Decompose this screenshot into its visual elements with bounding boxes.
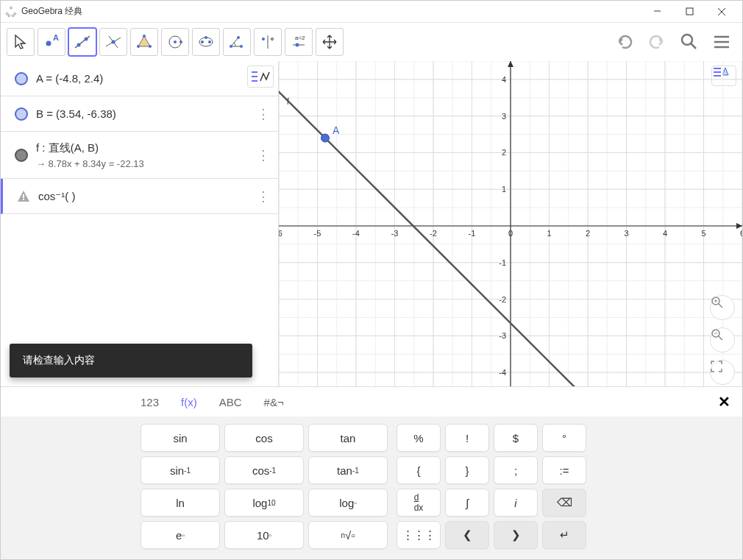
- algebra-item-a[interactable]: A = (-4.8, 2.4): [1, 61, 278, 96]
- svg-point-23: [179, 40, 182, 43]
- svg-point-16: [112, 40, 115, 44]
- app-logo-icon: [5, 6, 17, 18]
- key-more[interactable]: ⋮⋮⋮: [397, 521, 441, 549]
- point-tool[interactable]: A: [38, 28, 65, 56]
- key-asin[interactable]: sin-1: [141, 456, 220, 484]
- item-menu-b[interactable]: ⋮: [255, 106, 272, 122]
- line-tool[interactable]: [68, 28, 96, 56]
- window-title: GeoGebra 经典: [21, 5, 641, 18]
- svg-text:-1: -1: [469, 229, 476, 238]
- close-button[interactable]: [705, 1, 738, 22]
- key-assign[interactable]: :=: [542, 456, 586, 484]
- algebra-item-f[interactable]: f : 直线(A, B) → 8.78x + 8.34y = -22.13 ⋮: [1, 132, 278, 179]
- menu-button[interactable]: [707, 27, 736, 57]
- key-pct[interactable]: %: [397, 424, 441, 452]
- svg-point-19: [137, 45, 140, 48]
- key-ln[interactable]: ln: [141, 489, 220, 517]
- fullscreen-button[interactable]: [710, 360, 735, 385]
- reflect-tool[interactable]: [254, 28, 282, 56]
- algebra-item-b[interactable]: B = (3.54, -6.38) ⋮: [1, 96, 278, 132]
- key-atan[interactable]: tan-1: [308, 456, 388, 484]
- graphics-view[interactable]: -6-5-4-3-2-101234561234-1-2-3-4fA: [279, 61, 742, 386]
- slider-tool[interactable]: a=2: [285, 28, 313, 56]
- key-enter[interactable]: ↵: [542, 521, 586, 549]
- ellipse-tool[interactable]: [192, 28, 220, 56]
- svg-marker-120: [508, 61, 513, 67]
- item-menu-f[interactable]: ⋮: [255, 147, 272, 163]
- key-tenpow[interactable]: 10▫: [224, 521, 304, 549]
- svg-point-9: [46, 41, 51, 46]
- svg-point-25: [201, 40, 204, 43]
- svg-text:1: 1: [547, 229, 551, 238]
- kb-tab-sym[interactable]: #&¬: [264, 396, 284, 408]
- plot-canvas[interactable]: -6-5-4-3-2-101234561234-1-2-3-4fA: [279, 61, 742, 386]
- redo-button[interactable]: [642, 27, 672, 57]
- key-backspace[interactable]: ⌫: [542, 489, 586, 517]
- key-lbrace[interactable]: {: [397, 456, 441, 484]
- key-right[interactable]: ❯: [494, 521, 538, 549]
- svg-point-12: [77, 43, 81, 47]
- key-excl[interactable]: !: [445, 424, 489, 452]
- key-acos[interactable]: cos-1: [224, 456, 304, 484]
- move-tool[interactable]: [7, 28, 35, 56]
- key-left[interactable]: ❮: [445, 521, 489, 549]
- svg-point-0: [10, 7, 13, 9]
- maximize-button[interactable]: [673, 1, 705, 22]
- key-i[interactable]: i: [494, 489, 538, 517]
- svg-point-29: [240, 45, 243, 48]
- key-nroot[interactable]: n√▫: [308, 521, 388, 549]
- circle-tool[interactable]: [161, 28, 189, 56]
- toast-text: 请检查输入内容: [23, 354, 95, 366]
- svg-text:-3: -3: [499, 331, 506, 340]
- key-dollar[interactable]: $: [494, 424, 538, 452]
- zoom-in-button[interactable]: [710, 295, 735, 320]
- algebra-label-a: A = (-4.8, 2.4): [36, 72, 272, 85]
- svg-text:A: A: [53, 33, 59, 42]
- key-cos[interactable]: cos: [224, 424, 304, 452]
- svg-text:A: A: [333, 124, 340, 136]
- input-menu[interactable]: ⋮: [255, 188, 272, 205]
- algebra-input-row[interactable]: cos⁻¹( ) ⋮: [1, 179, 278, 214]
- svg-point-1: [6, 13, 8, 15]
- perpendicular-tool[interactable]: [99, 28, 127, 56]
- svg-text:-2: -2: [499, 295, 506, 304]
- undo-button[interactable]: [610, 27, 639, 57]
- svg-point-3: [8, 15, 10, 17]
- svg-marker-119: [736, 223, 742, 229]
- algebra-input-text[interactable]: cos⁻¹( ): [38, 190, 255, 203]
- key-tan[interactable]: tan: [308, 424, 388, 452]
- algebra-view: A = (-4.8, 2.4) B = (3.54, -6.38) ⋮ f : …: [1, 61, 279, 386]
- svg-line-147: [719, 304, 722, 308]
- svg-point-32: [262, 38, 265, 40]
- svg-text:2: 2: [586, 229, 590, 238]
- search-button[interactable]: [675, 27, 704, 57]
- minimize-button[interactable]: [641, 1, 673, 22]
- key-int[interactable]: ∫: [445, 489, 489, 517]
- kb-tab-fx[interactable]: f(x): [181, 396, 197, 408]
- svg-text:-3: -3: [391, 229, 399, 238]
- svg-point-4: [12, 15, 14, 17]
- kb-tab-123[interactable]: 123: [141, 396, 159, 408]
- key-sin[interactable]: sin: [141, 424, 220, 452]
- key-semi[interactable]: ;: [494, 456, 538, 484]
- kb-tab-abc[interactable]: ABC: [219, 396, 242, 408]
- zoom-out-button[interactable]: [710, 327, 735, 352]
- keyboard-close-button[interactable]: ✕: [718, 393, 730, 411]
- key-ddx[interactable]: ddx: [397, 489, 441, 517]
- title-bar: GeoGebra 经典: [1, 1, 742, 23]
- key-log10[interactable]: log10: [224, 489, 304, 517]
- svg-point-28: [230, 45, 232, 48]
- svg-text:3: 3: [502, 112, 506, 121]
- key-epow[interactable]: e▫: [141, 521, 220, 549]
- svg-text:4: 4: [663, 229, 667, 238]
- algebra-style-toggle[interactable]: [247, 65, 274, 88]
- key-deg[interactable]: °: [542, 424, 586, 452]
- svg-text:1: 1: [502, 185, 506, 194]
- svg-text:5: 5: [701, 229, 705, 238]
- move-graphics-tool[interactable]: [316, 28, 344, 56]
- polygon-tool[interactable]: [130, 28, 158, 56]
- svg-point-30: [237, 36, 240, 39]
- key-logb[interactable]: log▫: [308, 489, 388, 517]
- angle-tool[interactable]: [223, 28, 251, 56]
- key-rbrace[interactable]: }: [445, 456, 489, 484]
